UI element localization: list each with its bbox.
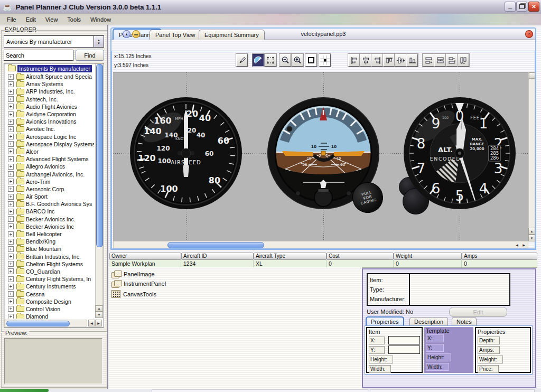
tree-item[interactable]: Advanced Flight Systems [5, 155, 94, 163]
canvas-hscroll-thumb[interactable] [167, 242, 264, 248]
grid-center-icon[interactable] [319, 54, 331, 67]
table-header-cell[interactable]: Aircraft Type [254, 253, 327, 260]
tree-item[interactable]: Chelton Flight Systems [5, 260, 94, 268]
doc-minimize-icon[interactable]: ▬ [132, 30, 140, 38]
instrument-mode-icon[interactable] [253, 54, 264, 67]
align-edge-right-icon[interactable] [446, 54, 458, 67]
expand-plus-icon[interactable] [8, 141, 14, 147]
tree-item[interactable]: Becker Avionics Inc. [5, 216, 94, 223]
align-top-icon[interactable] [383, 54, 395, 67]
tree-item[interactable]: Aero-Trim [5, 178, 94, 185]
tree-item[interactable]: Blue Mountain [5, 245, 94, 253]
search-input[interactable] [4, 50, 73, 61]
category-dropdown[interactable]: Avionics By manufacturer ▲▼ [4, 35, 104, 48]
expand-plus-icon[interactable] [8, 284, 14, 290]
tree-scroll-down-icon[interactable]: ▼ [95, 312, 103, 318]
expand-plus-icon[interactable] [8, 96, 14, 102]
tab-equipment-summary[interactable]: Equipment Summary [199, 30, 265, 40]
manufacturer-tree[interactable]: Instruments By manufacturer Aircraft Spr… [4, 63, 104, 328]
zoom-in-icon[interactable] [292, 54, 303, 67]
expand-plus-icon[interactable] [8, 201, 14, 207]
align-right-icon[interactable] [371, 54, 383, 67]
expand-plus-icon[interactable] [8, 186, 14, 192]
tree-item[interactable]: Archangel Avionics, Inc. [5, 170, 94, 178]
start-button-partial[interactable] [0, 389, 49, 392]
tree-item[interactable]: ARP Industries, Inc. [5, 88, 94, 95]
tree-item[interactable]: CO_Guardian [5, 268, 94, 275]
menu-item[interactable]: Tools [62, 15, 86, 24]
tree-item[interactable]: Century Flight Systems, In [5, 275, 94, 283]
expand-plus-icon[interactable] [8, 119, 14, 125]
zoom-out-icon[interactable] [279, 54, 291, 67]
table-header-cell[interactable]: Cost [327, 253, 394, 260]
taskbar-window-button[interactable] [152, 389, 368, 392]
expand-plus-icon[interactable] [8, 179, 14, 184]
expand-plus-icon[interactable] [8, 74, 14, 80]
menu-item[interactable]: Edit [21, 15, 41, 24]
tree-item[interactable]: Avrotec Inc. [5, 125, 94, 133]
tree-item[interactable]: Avidyne Corporation [5, 110, 94, 118]
doc-close-icon[interactable]: ✕ [525, 30, 533, 38]
doc-maximize-icon[interactable]: ▲ [123, 30, 130, 38]
canvas-scroll-up-icon[interactable]: ▲ [528, 228, 535, 235]
tree-item[interactable]: Alcor [5, 148, 94, 155]
tree-item[interactable]: Avionics Innovations [5, 118, 94, 125]
layer-instrument-panel[interactable]: InstrumentPanel [111, 280, 166, 287]
find-button[interactable]: Find [76, 50, 104, 61]
tree-item[interactable]: Audio Flight Avionics [5, 103, 94, 110]
tree-root-item[interactable]: Instruments By manufacturer [5, 64, 92, 72]
expand-plus-icon[interactable] [8, 209, 14, 214]
dropdown-spinner-icon[interactable]: ▲▼ [94, 36, 104, 47]
expand-plus-icon[interactable] [8, 194, 14, 200]
tree-item[interactable]: B.F. Goodrich Avionics Sys [5, 200, 94, 208]
tree-item[interactable]: Aircraft Spruce and Specia [5, 73, 94, 80]
align-edge-bottom-icon[interactable] [458, 54, 469, 67]
expand-plus-icon[interactable] [8, 246, 14, 252]
expand-plus-icon[interactable] [8, 223, 14, 229]
expand-plus-icon[interactable] [8, 254, 14, 259]
expand-plus-icon[interactable] [8, 134, 14, 139]
distribute-vertical-icon[interactable] [434, 54, 446, 67]
tree-item[interactable]: Control Vision [5, 305, 94, 313]
expand-plus-icon[interactable] [8, 268, 14, 274]
expand-plus-icon[interactable] [8, 231, 14, 237]
tree-scroll-up-icon[interactable]: ▲ [95, 305, 103, 312]
tree-item[interactable]: Becker Avionics Inc [5, 223, 94, 230]
tab-notes[interactable]: Notes [452, 317, 477, 326]
close-button[interactable]: ✕ [528, 2, 539, 12]
tree-item[interactable]: Allegro Avionics [5, 163, 94, 170]
tab-description[interactable]: Description [409, 317, 448, 326]
tree-item[interactable]: Air Sport [5, 193, 94, 200]
canvas-scroll-left-icon[interactable]: ◀ [514, 241, 520, 248]
align-center-vertical-icon[interactable] [360, 54, 371, 67]
airspeed-indicator[interactable]: 20 40 60 80 100 120 140 160 20 40 60 100 [129, 97, 242, 210]
tree-hscroll-thumb[interactable] [6, 321, 70, 326]
expand-plus-icon[interactable] [8, 126, 14, 132]
tree-item[interactable]: Aerospace Logic Inc [5, 133, 94, 141]
canvas-scroll-down-icon[interactable]: ▼ [528, 235, 535, 241]
expand-plus-icon[interactable] [8, 306, 14, 312]
layer-panel-image[interactable]: PanelImage [111, 270, 155, 278]
taskbar-window-button[interactable] [370, 389, 535, 392]
expand-plus-icon[interactable] [8, 314, 14, 319]
expand-plus-icon[interactable] [8, 239, 14, 245]
align-left-icon[interactable] [348, 54, 360, 67]
tree-item[interactable]: Century Instruments [5, 283, 94, 290]
layer-canvas-tools[interactable]: CanvasTools [111, 290, 156, 298]
tree-item[interactable]: Aerospace Display Systems [5, 141, 94, 148]
tree-hscrollbar[interactable] [4, 320, 87, 326]
menu-item[interactable]: File [2, 15, 21, 24]
expand-plus-icon[interactable] [8, 291, 14, 297]
table-header-cell[interactable]: Aircraft ID [181, 253, 254, 260]
canvas-hscrollbar[interactable]: ◀ ▶ [113, 241, 528, 248]
tab-propierties[interactable]: Propierties [366, 316, 404, 326]
canvas-vscrollbar[interactable] [528, 72, 535, 241]
draw-tool-icon[interactable] [236, 54, 248, 67]
canvas-scroll-right-icon[interactable]: ▶ [520, 241, 527, 248]
distribute-horizontal-icon[interactable] [423, 54, 434, 67]
restore-button[interactable] [516, 2, 527, 12]
altimeter[interactable]: 0 1 2 3 4 5 6 7 8 9 FEET 100 ALT. [403, 97, 516, 210]
expand-plus-icon[interactable] [8, 81, 14, 87]
expand-plus-icon[interactable] [8, 111, 14, 117]
expand-plus-icon[interactable] [8, 216, 14, 222]
